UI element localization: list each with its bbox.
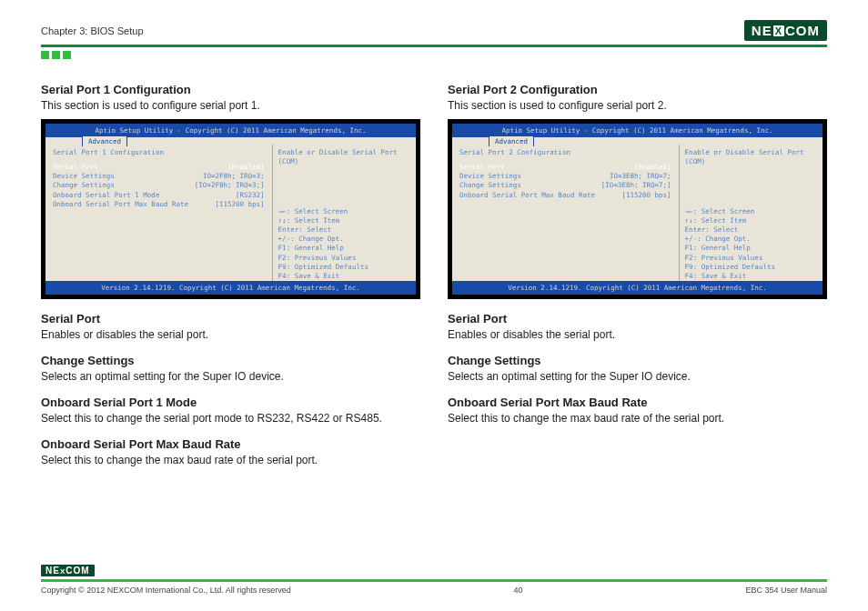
bios-row: Device SettingsIO=3E8h; IRQ=7; — [459, 172, 671, 181]
bios-tab: Advanced — [489, 135, 534, 146]
bios-heading: Serial Port 1 Configuration — [53, 148, 265, 157]
bios-row: Serial Port[Enabled] — [53, 163, 265, 172]
section-title: Serial Port 2 Configuration — [448, 83, 827, 96]
bios-screenshot: Aptio Setup Utility - Copyright (C) 2011… — [41, 119, 420, 299]
bios-footer: Version 2.14.1219. Copyright (C) 2011 Am… — [452, 281, 823, 295]
bios-row: Onboard Serial Port Max Baud Rate[115200… — [53, 200, 265, 209]
bios-tab: Advanced — [82, 135, 127, 146]
subsection-desc: Selects an optimal setting for the Super… — [448, 370, 827, 383]
subsection-title: Onboard Serial Port 1 Mode — [41, 396, 420, 409]
footer-doc: EBC 354 User Manual — [745, 586, 827, 595]
bios-help: Enable or Disable Serial Port (COM) — [685, 148, 817, 166]
bios-footer: Version 2.14.1219. Copyright (C) 2011 Am… — [45, 281, 416, 295]
subsection-title: Serial Port — [41, 312, 420, 326]
subsection-title: Onboard Serial Port Max Baud Rate — [41, 437, 420, 451]
bios-row: Change Settings[IO=2F8h; IRQ=3;] — [53, 181, 265, 190]
bios-row: Onboard Serial Port 1 Mode[RS232] — [53, 191, 265, 200]
bios-nav: →←: Select Screen↑↓: Select ItemEnter: S… — [278, 207, 410, 290]
subsection-title: Change Settings — [448, 354, 827, 367]
footer-rule — [41, 579, 827, 582]
bios-heading: Serial Port 2 Configuration — [459, 148, 671, 157]
subsection-title: Onboard Serial Port Max Baud Rate — [448, 396, 827, 409]
bios-row: Device SettingsIO=2F8h; IRQ=3; — [53, 172, 265, 181]
bios-row: Change Settings[IO=3E8h; IRQ=7;] — [459, 181, 671, 190]
nexcom-logo: NEXCOM — [744, 20, 827, 41]
subsection-desc: Selects an optimal setting for the Super… — [41, 370, 420, 383]
subsection-desc: Select this to change the max baud rate … — [41, 454, 420, 466]
subsection-desc: Select this to change the serial port mo… — [41, 412, 420, 425]
chapter-label: Chapter 3: BIOS Setup — [41, 25, 144, 36]
footer-copyright: Copyright © 2012 NEXCOM International Co… — [41, 586, 291, 595]
bios-screenshot: Aptio Setup Utility - Copyright (C) 2011… — [448, 119, 827, 299]
subsection-desc: Select this to change the max baud rate … — [448, 412, 827, 425]
subsection-title: Change Settings — [41, 354, 420, 367]
bios-nav: →←: Select Screen↑↓: Select ItemEnter: S… — [685, 207, 817, 290]
header-squares — [41, 51, 827, 59]
subsection-desc: Enables or disables the serial port. — [41, 328, 420, 341]
footer-page: 40 — [514, 586, 523, 595]
section-title: Serial Port 1 Configuration — [41, 83, 420, 96]
bios-row: Onboard Serial Port Max Baud Rate[115200… — [459, 191, 671, 200]
subsection-title: Serial Port — [448, 312, 827, 326]
subsection-desc: Enables or disables the serial port. — [448, 328, 827, 341]
bios-help: Enable or Disable Serial Port (COM) — [278, 148, 410, 166]
footer-logo: NEXCOM — [41, 565, 95, 576]
bios-row: Serial Port[Enabled] — [459, 163, 671, 172]
section-desc: This section is used to configure serial… — [448, 99, 827, 112]
header-rule — [41, 45, 827, 47]
section-desc: This section is used to configure serial… — [41, 99, 420, 112]
